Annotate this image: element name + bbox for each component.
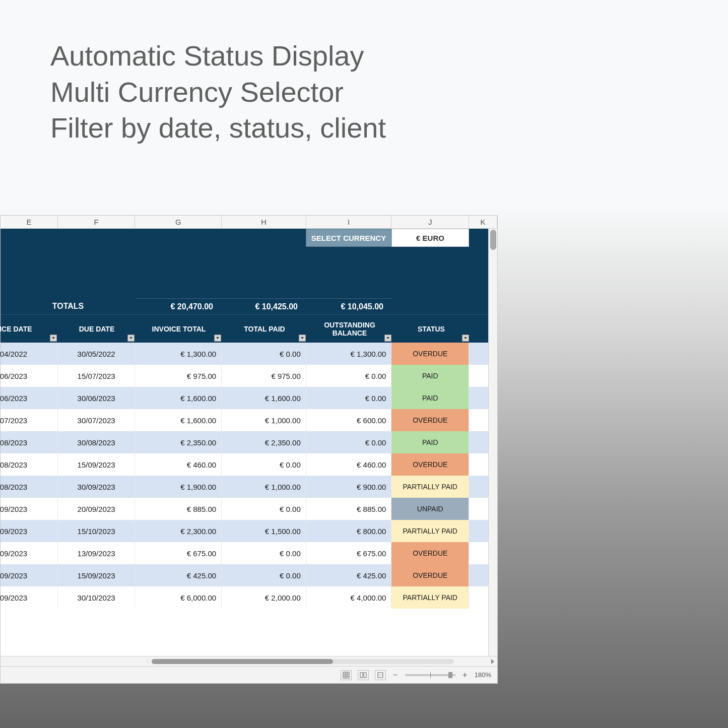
select-currency-button[interactable]: SELECT CURRENCY	[306, 229, 391, 247]
cell-invoice-total[interactable]: € 1,600.00	[135, 409, 222, 431]
zoom-out-button[interactable]: −	[392, 671, 399, 680]
zoom-slider-thumb[interactable]	[448, 672, 452, 678]
filter-dropdown-invoice-date[interactable]	[50, 335, 57, 342]
cell-due-date[interactable]: 30/07/2023	[58, 409, 136, 431]
table-row[interactable]: 30/06/202315/07/2023€ 975.00€ 975.00€ 0.…	[1, 365, 497, 387]
horizontal-scrollbar[interactable]	[152, 659, 454, 664]
table-row[interactable]: 12/06/202330/06/2023€ 1,600.00€ 1,600.00…	[1, 387, 497, 409]
filter-dropdown-status[interactable]	[462, 335, 469, 342]
table-row[interactable]: 15/04/202230/05/2022€ 1,300.00€ 0.00€ 1,…	[1, 343, 497, 365]
cell-total-paid[interactable]: € 975.00	[222, 365, 306, 387]
cell-total-paid[interactable]: € 1,600.00	[222, 387, 306, 409]
cell-invoice-total[interactable]: € 2,350.00	[135, 431, 222, 453]
cell-invoice-total[interactable]: € 1,600.00	[135, 387, 222, 409]
cell-total-paid[interactable]: € 1,000.00	[222, 476, 306, 498]
cell-invoice-date[interactable]: 13/09/2023	[1, 542, 58, 564]
cell-invoice-total[interactable]: € 1,900.00	[135, 476, 222, 498]
table-row[interactable]: 30/09/202315/10/2023€ 2,300.00€ 1,500.00…	[1, 520, 497, 542]
cell-invoice-total[interactable]: € 425.00	[135, 564, 222, 586]
cell-due-date[interactable]: 15/09/2023	[58, 453, 136, 476]
table-row[interactable]: 18/08/202330/09/2023€ 1,900.00€ 1,000.00…	[1, 476, 497, 498]
cell-due-date[interactable]: 30/05/2022	[58, 343, 136, 365]
col-header-h[interactable]: H	[222, 216, 306, 228]
col-header-j[interactable]: J	[391, 216, 469, 228]
cell-due-date[interactable]: 15/10/2023	[58, 520, 136, 542]
cell-due-date[interactable]: 15/07/2023	[58, 365, 136, 387]
cell-invoice-total[interactable]: € 6,000.00	[135, 586, 222, 609]
table-row[interactable]: 15/09/202315/09/2023€ 425.00€ 0.00€ 425.…	[1, 564, 497, 586]
filter-dropdown-due-date[interactable]	[127, 335, 135, 342]
cell-invoice-date[interactable]: 15/08/2023	[1, 431, 58, 453]
cell-outstanding[interactable]: € 460.00	[306, 453, 392, 476]
cell-status[interactable]: OVERDUE	[391, 409, 469, 431]
cell-due-date[interactable]: 13/09/2023	[58, 542, 136, 564]
cell-due-date[interactable]: 30/09/2023	[58, 476, 136, 498]
cell-invoice-total[interactable]: € 2,300.00	[135, 520, 222, 542]
cell-status[interactable]: OVERDUE	[391, 542, 469, 564]
cell-status[interactable]: PAID	[391, 431, 469, 453]
cell-due-date[interactable]: 30/06/2023	[58, 387, 136, 409]
cell-total-paid[interactable]: € 0.00	[222, 564, 306, 586]
cell-total-paid[interactable]: € 2,000.00	[222, 586, 306, 609]
cell-invoice-date[interactable]: 12/06/2023	[1, 387, 58, 409]
table-row[interactable]: 17/08/202315/09/2023€ 460.00€ 0.00€ 460.…	[1, 453, 497, 476]
zoom-in-button[interactable]: +	[461, 671, 469, 680]
cell-invoice-date[interactable]: 12/07/2023	[1, 409, 58, 431]
table-row[interactable]: 14/09/202320/09/2023€ 885.00€ 0.00€ 885.…	[1, 498, 497, 520]
cell-outstanding[interactable]: € 1,300.00	[306, 343, 392, 365]
cell-outstanding[interactable]: € 0.00	[306, 365, 392, 387]
col-header-i[interactable]: I	[306, 216, 392, 228]
cell-total-paid[interactable]: € 1,000.00	[222, 409, 306, 431]
filter-dropdown-invoice-total[interactable]	[214, 335, 221, 342]
table-row[interactable]: 12/07/202330/07/2023€ 1,600.00€ 1,000.00…	[1, 409, 497, 431]
cell-outstanding[interactable]: € 4,000.00	[306, 586, 392, 609]
cell-due-date[interactable]: 30/10/2023	[58, 586, 136, 609]
view-normal-button[interactable]	[341, 670, 352, 680]
table-row[interactable]: 15/08/202330/08/2023€ 2,350.00€ 2,350.00…	[1, 431, 497, 453]
cell-invoice-date[interactable]: 15/04/2022	[1, 343, 58, 365]
cell-status[interactable]: PAID	[391, 365, 469, 387]
horizontal-scroll-thumb[interactable]	[152, 659, 333, 664]
blank-area[interactable]	[1, 609, 497, 629]
cell-total-paid[interactable]: € 1,500.00	[222, 520, 306, 542]
cell-status[interactable]: PARTIALLY PAID	[391, 476, 469, 498]
cell-invoice-date[interactable]: 30/09/2023	[1, 520, 58, 542]
cell-outstanding[interactable]: € 885.00	[306, 498, 392, 520]
cell-total-paid[interactable]: € 0.00	[222, 542, 306, 564]
scroll-right-arrow-icon[interactable]	[491, 659, 494, 664]
col-header-e[interactable]: E	[1, 216, 58, 228]
cell-outstanding[interactable]: € 800.00	[306, 520, 392, 542]
cell-invoice-date[interactable]: 17/08/2023	[1, 453, 58, 476]
cell-due-date[interactable]: 30/08/2023	[58, 431, 136, 453]
cell-status[interactable]: PARTIALLY PAID	[391, 586, 469, 609]
cell-total-paid[interactable]: € 0.00	[222, 498, 306, 520]
vertical-scroll-thumb[interactable]	[490, 230, 496, 250]
zoom-slider[interactable]	[405, 674, 455, 676]
cell-status[interactable]: PAID	[391, 387, 469, 409]
cell-invoice-date[interactable]: 15/09/2023	[1, 564, 58, 586]
cell-status[interactable]: PARTIALLY PAID	[391, 520, 469, 542]
cell-outstanding[interactable]: € 425.00	[306, 564, 392, 586]
cell-invoice-date[interactable]: 15/09/2023	[1, 586, 58, 609]
cell-invoice-date[interactable]: 30/06/2023	[1, 365, 58, 387]
cell-total-paid[interactable]: € 0.00	[222, 343, 306, 365]
cell-outstanding[interactable]: € 900.00	[306, 476, 392, 498]
cell-due-date[interactable]: 20/09/2023	[58, 498, 136, 520]
cell-status[interactable]: OVERDUE	[391, 343, 469, 365]
cell-outstanding[interactable]: € 0.00	[306, 387, 392, 409]
cell-invoice-total[interactable]: € 975.00	[135, 365, 222, 387]
cell-outstanding[interactable]: € 600.00	[306, 409, 392, 431]
table-row[interactable]: 13/09/202313/09/2023€ 675.00€ 0.00€ 675.…	[1, 542, 497, 564]
cell-invoice-total[interactable]: € 675.00	[135, 542, 222, 564]
cell-due-date[interactable]: 15/09/2023	[58, 564, 136, 586]
view-page-layout-button[interactable]	[358, 670, 369, 680]
col-header-k[interactable]: K	[469, 216, 497, 228]
cell-outstanding[interactable]: € 0.00	[306, 431, 392, 453]
cell-invoice-date[interactable]: 18/08/2023	[1, 476, 58, 498]
cell-total-paid[interactable]: € 0.00	[222, 453, 306, 476]
vertical-scrollbar[interactable]	[488, 229, 497, 656]
cell-invoice-total[interactable]: € 885.00	[135, 498, 222, 520]
currency-selector[interactable]: € EURO	[391, 229, 469, 247]
filter-dropdown-outstanding[interactable]	[384, 335, 391, 342]
sheet-tab-separator[interactable]: ⋮	[145, 658, 150, 664]
